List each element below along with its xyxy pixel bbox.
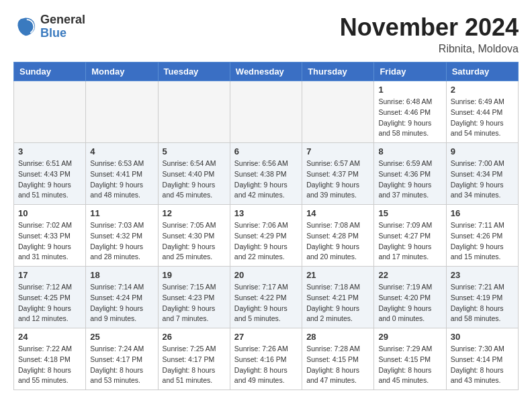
day-info: Sunrise: 6:54 AM Sunset: 4:40 PM Dayligh… — [163, 158, 226, 201]
calendar-cell: 17Sunrise: 7:12 AM Sunset: 4:25 PM Dayli… — [14, 267, 86, 328]
calendar-cell: 10Sunrise: 7:02 AM Sunset: 4:33 PM Dayli… — [14, 205, 86, 267]
logo-line2: Blue — [40, 27, 85, 40]
calendar-cell: 6Sunrise: 6:56 AM Sunset: 4:38 PM Daylig… — [230, 143, 302, 205]
calendar-cell: 4Sunrise: 6:53 AM Sunset: 4:41 PM Daylig… — [86, 143, 158, 205]
day-number: 10 — [18, 208, 81, 218]
day-number: 16 — [451, 208, 514, 218]
calendar-cell: 1Sunrise: 6:48 AM Sunset: 4:46 PM Daylig… — [374, 81, 446, 143]
calendar-cell: 2Sunrise: 6:49 AM Sunset: 4:44 PM Daylig… — [446, 81, 518, 143]
calendar-week-row: 24Sunrise: 7:22 AM Sunset: 4:18 PM Dayli… — [14, 328, 519, 390]
calendar-cell: 23Sunrise: 7:21 AM Sunset: 4:19 PM Dayli… — [446, 267, 518, 328]
day-info: Sunrise: 7:18 AM Sunset: 4:21 PM Dayligh… — [306, 282, 369, 324]
calendar-cell: 7Sunrise: 6:57 AM Sunset: 4:37 PM Daylig… — [302, 143, 374, 205]
day-info: Sunrise: 7:15 AM Sunset: 4:23 PM Dayligh… — [163, 282, 226, 324]
day-number: 4 — [90, 146, 153, 156]
day-info: Sunrise: 7:00 AM Sunset: 4:34 PM Dayligh… — [451, 158, 514, 201]
calendar-header-row: SundayMondayTuesdayWednesdayThursdayFrid… — [14, 62, 519, 81]
day-info: Sunrise: 7:17 AM Sunset: 4:22 PM Dayligh… — [234, 282, 298, 324]
day-info: Sunrise: 7:28 AM Sunset: 4:15 PM Dayligh… — [306, 344, 369, 386]
calendar-cell: 30Sunrise: 7:30 AM Sunset: 4:14 PM Dayli… — [446, 328, 518, 390]
calendar-cell: 15Sunrise: 7:09 AM Sunset: 4:27 PM Dayli… — [374, 205, 446, 267]
calendar-cell: 16Sunrise: 7:11 AM Sunset: 4:26 PM Dayli… — [446, 205, 518, 267]
weekday-header: Saturday — [446, 62, 518, 81]
weekday-header: Thursday — [302, 62, 374, 81]
day-info: Sunrise: 7:09 AM Sunset: 4:27 PM Dayligh… — [378, 220, 441, 263]
logo: General Blue — [13, 13, 85, 40]
day-info: Sunrise: 6:53 AM Sunset: 4:41 PM Dayligh… — [90, 158, 153, 201]
day-info: Sunrise: 7:05 AM Sunset: 4:30 PM Dayligh… — [163, 220, 226, 263]
day-info: Sunrise: 7:03 AM Sunset: 4:32 PM Dayligh… — [90, 220, 153, 263]
day-info: Sunrise: 7:14 AM Sunset: 4:24 PM Dayligh… — [90, 282, 153, 324]
calendar-cell: 29Sunrise: 7:29 AM Sunset: 4:15 PM Dayli… — [374, 328, 446, 390]
location: Ribnita, Moldova — [340, 43, 519, 55]
calendar-cell: 25Sunrise: 7:24 AM Sunset: 4:17 PM Dayli… — [86, 328, 158, 390]
day-number: 24 — [18, 332, 81, 342]
day-info: Sunrise: 7:11 AM Sunset: 4:26 PM Dayligh… — [451, 220, 514, 263]
calendar-cell: 27Sunrise: 7:26 AM Sunset: 4:16 PM Dayli… — [230, 328, 302, 390]
calendar-cell: 24Sunrise: 7:22 AM Sunset: 4:18 PM Dayli… — [14, 328, 86, 390]
calendar-cell: 11Sunrise: 7:03 AM Sunset: 4:32 PM Dayli… — [86, 205, 158, 267]
day-number: 29 — [378, 332, 441, 342]
day-number: 17 — [18, 270, 81, 280]
day-number: 5 — [163, 146, 226, 156]
day-info: Sunrise: 6:51 AM Sunset: 4:43 PM Dayligh… — [18, 158, 81, 201]
calendar-week-row: 1Sunrise: 6:48 AM Sunset: 4:46 PM Daylig… — [14, 81, 519, 143]
day-info: Sunrise: 7:12 AM Sunset: 4:25 PM Dayligh… — [18, 282, 81, 324]
day-number: 22 — [378, 270, 441, 280]
day-info: Sunrise: 7:22 AM Sunset: 4:18 PM Dayligh… — [18, 344, 81, 386]
calendar-cell — [230, 81, 302, 143]
day-info: Sunrise: 7:29 AM Sunset: 4:15 PM Dayligh… — [378, 344, 441, 386]
day-number: 26 — [163, 332, 226, 342]
calendar-cell: 13Sunrise: 7:06 AM Sunset: 4:29 PM Dayli… — [230, 205, 302, 267]
logo-icon — [13, 15, 38, 39]
calendar-cell: 28Sunrise: 7:28 AM Sunset: 4:15 PM Dayli… — [302, 328, 374, 390]
day-number: 8 — [378, 146, 441, 156]
day-number: 21 — [306, 270, 369, 280]
calendar-week-row: 3Sunrise: 6:51 AM Sunset: 4:43 PM Daylig… — [14, 143, 519, 205]
month-title: November 2024 — [340, 13, 519, 42]
day-info: Sunrise: 6:48 AM Sunset: 4:46 PM Dayligh… — [378, 97, 441, 139]
day-number: 11 — [90, 208, 153, 218]
day-info: Sunrise: 6:57 AM Sunset: 4:37 PM Dayligh… — [306, 158, 369, 201]
weekday-header: Sunday — [14, 62, 86, 81]
day-info: Sunrise: 7:21 AM Sunset: 4:19 PM Dayligh… — [451, 282, 514, 324]
day-number: 20 — [234, 270, 298, 280]
calendar-cell: 26Sunrise: 7:25 AM Sunset: 4:17 PM Dayli… — [158, 328, 230, 390]
day-number: 9 — [451, 146, 514, 156]
calendar-week-row: 10Sunrise: 7:02 AM Sunset: 4:33 PM Dayli… — [14, 205, 519, 267]
calendar-cell: 18Sunrise: 7:14 AM Sunset: 4:24 PM Dayli… — [86, 267, 158, 328]
day-number: 30 — [451, 332, 514, 342]
day-number: 1 — [378, 85, 441, 95]
day-number: 2 — [451, 85, 514, 95]
day-info: Sunrise: 6:56 AM Sunset: 4:38 PM Dayligh… — [234, 158, 298, 201]
day-info: Sunrise: 7:19 AM Sunset: 4:20 PM Dayligh… — [378, 282, 441, 324]
day-info: Sunrise: 7:02 AM Sunset: 4:33 PM Dayligh… — [18, 220, 81, 263]
calendar-cell: 9Sunrise: 7:00 AM Sunset: 4:34 PM Daylig… — [446, 143, 518, 205]
page-header: General Blue November 2024 Ribnita, Mold… — [13, 13, 519, 55]
day-number: 3 — [18, 146, 81, 156]
day-info: Sunrise: 7:06 AM Sunset: 4:29 PM Dayligh… — [234, 220, 298, 263]
calendar-cell: 14Sunrise: 7:08 AM Sunset: 4:28 PM Dayli… — [302, 205, 374, 267]
day-number: 6 — [234, 146, 298, 156]
day-number: 12 — [163, 208, 226, 218]
logo-line1: General — [40, 13, 85, 27]
day-number: 15 — [378, 208, 441, 218]
day-number: 19 — [163, 270, 226, 280]
weekday-header: Monday — [86, 62, 158, 81]
day-info: Sunrise: 7:08 AM Sunset: 4:28 PM Dayligh… — [306, 220, 369, 263]
calendar-cell — [302, 81, 374, 143]
day-number: 27 — [234, 332, 298, 342]
calendar-cell: 22Sunrise: 7:19 AM Sunset: 4:20 PM Dayli… — [374, 267, 446, 328]
day-info: Sunrise: 7:26 AM Sunset: 4:16 PM Dayligh… — [234, 344, 298, 386]
calendar-table: SundayMondayTuesdayWednesdayThursdayFrid… — [13, 62, 519, 390]
calendar-cell: 5Sunrise: 6:54 AM Sunset: 4:40 PM Daylig… — [158, 143, 230, 205]
day-number: 25 — [90, 332, 153, 342]
calendar-cell: 3Sunrise: 6:51 AM Sunset: 4:43 PM Daylig… — [14, 143, 86, 205]
day-info: Sunrise: 6:49 AM Sunset: 4:44 PM Dayligh… — [451, 97, 514, 139]
day-number: 14 — [306, 208, 369, 218]
calendar-cell: 20Sunrise: 7:17 AM Sunset: 4:22 PM Dayli… — [230, 267, 302, 328]
calendar-cell: 8Sunrise: 6:59 AM Sunset: 4:36 PM Daylig… — [374, 143, 446, 205]
weekday-header: Tuesday — [158, 62, 230, 81]
day-info: Sunrise: 7:25 AM Sunset: 4:17 PM Dayligh… — [163, 344, 226, 386]
weekday-header: Friday — [374, 62, 446, 81]
